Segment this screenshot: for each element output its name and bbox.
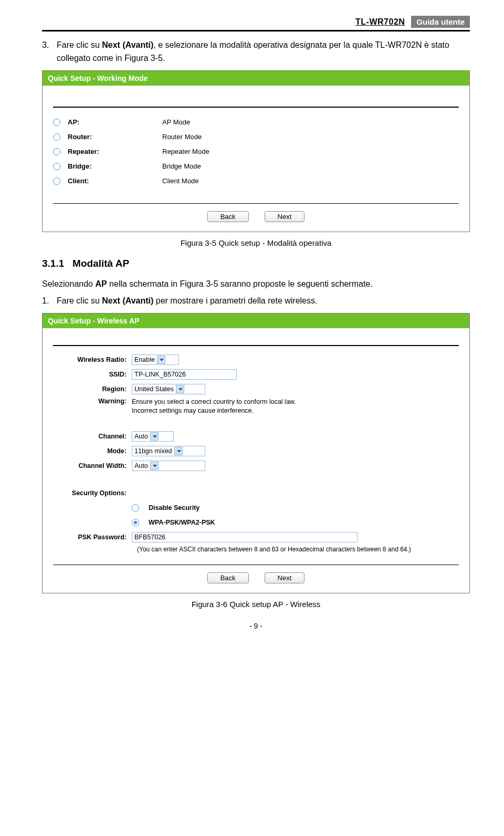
mode-label: Repeater: xyxy=(68,148,162,155)
mode-row-repeater: Repeater: Repeater Mode xyxy=(53,144,459,159)
mode-label: AP: xyxy=(68,118,162,126)
label-psk-password: PSK Password: xyxy=(53,534,132,541)
mode-desc: Client Mode xyxy=(162,177,198,185)
mode-label: Bridge: xyxy=(68,162,162,170)
label-ssid: SSID: xyxy=(53,371,132,378)
shot1-title: Quick Setup - Working Mode xyxy=(43,71,469,86)
mode-row-bridge: Bridge: Bridge Mode xyxy=(53,159,459,174)
next-button[interactable]: Next xyxy=(265,572,305,583)
intro-paragraph: 3. Fare clic su Next (Avanti), e selezio… xyxy=(42,39,470,65)
page-header: TL-WR702N Guida utente xyxy=(42,16,470,28)
input-ssid[interactable] xyxy=(132,369,237,380)
para-select-ap: Selezionando AP nella schermata in Figur… xyxy=(42,278,470,291)
mode-row-client: Client: Client Mode xyxy=(53,174,459,189)
next-button[interactable]: Next xyxy=(265,211,305,222)
warning-text-2: Incorrect settings may cause interferenc… xyxy=(132,407,254,414)
header-model: TL-WR702N xyxy=(355,17,405,27)
header-badge: Guida utente xyxy=(411,16,470,28)
select-mode[interactable]: 11bgn mixed xyxy=(132,446,205,456)
label-channel: Channel: xyxy=(53,433,132,440)
shot2-title: Quick Setup - Wireless AP xyxy=(43,314,469,328)
warning-text-1: Ensure you select a correct country to c… xyxy=(132,398,296,405)
select-channel[interactable]: Auto xyxy=(132,431,174,442)
mode-label: Router: xyxy=(68,133,162,141)
radio-disable-security[interactable] xyxy=(132,504,139,511)
psk-note: (You can enter ASCII characters between … xyxy=(137,546,459,553)
label-channel-width: Channel Width: xyxy=(53,462,132,469)
radio-ap[interactable] xyxy=(53,119,60,126)
back-button[interactable]: Back xyxy=(207,211,249,222)
radio-client[interactable] xyxy=(53,177,60,185)
mode-row-ap: AP: AP Mode xyxy=(53,115,459,130)
header-divider xyxy=(42,30,470,32)
mode-desc: Router Mode xyxy=(162,133,202,141)
divider xyxy=(53,203,459,204)
radio-bridge[interactable] xyxy=(53,163,60,170)
label-security-options: Security Options: xyxy=(53,489,132,497)
select-wireless-radio[interactable]: Enable xyxy=(132,354,179,365)
chevron-down-icon xyxy=(176,385,184,393)
step-1: 1. Fare clic su Next (Avanti) per mostra… xyxy=(42,295,470,308)
mode-desc: Repeater Mode xyxy=(162,148,209,155)
page-number: - 9 - xyxy=(42,622,470,630)
chevron-down-icon xyxy=(150,432,159,441)
divider xyxy=(53,107,459,108)
divider xyxy=(53,345,459,346)
radio-wpa-psk[interactable] xyxy=(132,519,139,526)
radio-repeater[interactable] xyxy=(53,148,60,155)
label-wireless-radio: Wireless Radio: xyxy=(53,356,132,363)
mode-desc: AP Mode xyxy=(162,118,190,126)
divider xyxy=(53,565,459,565)
section-heading-311: 3.1.1 Modalità AP xyxy=(42,258,470,269)
figure-caption-1: Figura 3-5 Quick setup - Modalità operat… xyxy=(42,238,470,247)
input-psk-password[interactable] xyxy=(132,532,358,542)
chevron-down-icon xyxy=(150,462,159,470)
screenshot-working-mode: Quick Setup - Working Mode AP: AP Mode R… xyxy=(42,70,470,232)
select-channel-width[interactable]: Auto xyxy=(132,461,205,471)
mode-desc: Bridge Mode xyxy=(162,162,201,170)
label-region: Region: xyxy=(53,385,132,393)
step-number: 1. xyxy=(42,295,57,308)
select-region[interactable]: United States xyxy=(132,384,205,394)
back-button[interactable]: Back xyxy=(207,572,249,583)
label-warning: Warning: xyxy=(53,398,132,405)
mode-label: Client: xyxy=(68,177,162,185)
label-mode: Mode: xyxy=(53,447,132,455)
screenshot-wireless-ap: Quick Setup - Wireless AP Wireless Radio… xyxy=(42,313,470,593)
intro-number: 3. xyxy=(42,39,57,52)
mode-row-router: Router: Router Mode xyxy=(53,130,459,144)
chevron-down-icon xyxy=(157,356,165,364)
radio-router[interactable] xyxy=(53,133,60,141)
chevron-down-icon xyxy=(174,447,183,455)
figure-caption-2: Figura 3-6 Quick setup AP - Wireless xyxy=(42,600,470,609)
option-wpa-psk: WPA-PSK/WPA2-PSK xyxy=(149,519,215,526)
option-disable-security: Disable Security xyxy=(149,504,200,511)
